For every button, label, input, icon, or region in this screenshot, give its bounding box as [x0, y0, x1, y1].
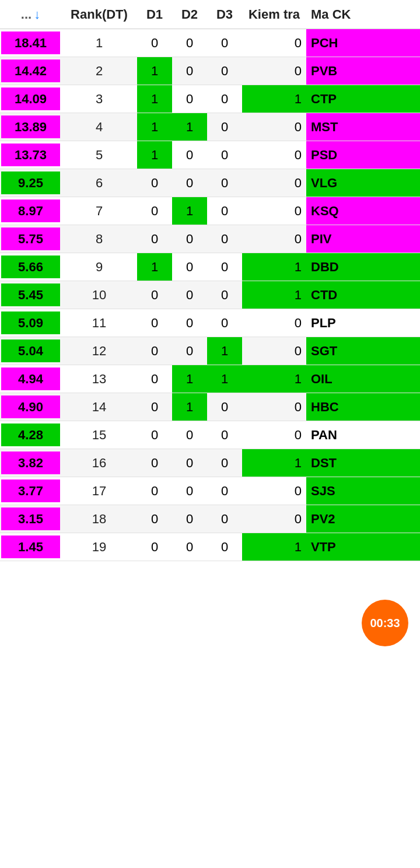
cell-d1: 1: [137, 141, 172, 169]
cell-kiemtra: 0: [242, 113, 306, 141]
cell-kiemtra: 1: [242, 533, 306, 561]
cell-d3: 0: [207, 449, 242, 477]
cell-d3: 0: [207, 393, 242, 421]
cell-d3: 1: [207, 365, 242, 393]
cell-score: 5.66: [0, 253, 61, 281]
table-row[interactable]: 9.2560000VLG: [0, 169, 420, 197]
table-row[interactable]: 3.82160001DST: [0, 449, 420, 477]
cell-rank: 4: [61, 120, 137, 135]
cell-score: 8.97: [0, 197, 61, 225]
cell-d2: 1: [172, 113, 207, 141]
cell-kiemtra: 0: [242, 421, 306, 449]
cell-d1: 0: [137, 29, 172, 57]
table-row[interactable]: 18.4110000PCH: [0, 29, 420, 57]
cell-mack: DST: [306, 449, 420, 477]
cell-mack: PCH: [306, 29, 420, 57]
cell-mack: PLP: [306, 309, 420, 337]
cell-rank: 7: [61, 204, 137, 219]
cell-kiemtra: 0: [242, 197, 306, 225]
cell-kiemtra: 1: [242, 253, 306, 281]
cell-d3: 0: [207, 477, 242, 505]
table-row[interactable]: 4.94130111OIL: [0, 365, 420, 393]
cell-score: 4.28: [0, 421, 61, 449]
table-row[interactable]: 5.45100001CTD: [0, 281, 420, 309]
cell-score: 3.82: [0, 449, 61, 477]
cell-rank: 8: [61, 232, 137, 247]
table-row[interactable]: 3.15180000PV2: [0, 505, 420, 533]
cell-mack: KSQ: [306, 197, 420, 225]
table-row[interactable]: 4.28150000PAN: [0, 421, 420, 449]
header-d2: D2: [172, 7, 207, 22]
cell-d3: 0: [207, 57, 242, 85]
table-row[interactable]: 14.0931001CTP: [0, 85, 420, 113]
cell-score: 5.45: [0, 281, 61, 309]
cell-d1: 1: [137, 85, 172, 113]
cell-mack: PAN: [306, 421, 420, 449]
cell-rank: 12: [61, 344, 137, 359]
cell-score: 9.25: [0, 169, 61, 197]
cell-d3: 0: [207, 141, 242, 169]
cell-kiemtra: 1: [242, 449, 306, 477]
cell-kiemtra: 0: [242, 477, 306, 505]
table-row[interactable]: 8.9770100KSQ: [0, 197, 420, 225]
sort-arrow-icon[interactable]: ↓: [34, 7, 40, 22]
cell-mack: PSD: [306, 141, 420, 169]
cell-d2: 0: [172, 225, 207, 253]
cell-d2: 1: [172, 393, 207, 421]
table-row[interactable]: 5.7580000PIV: [0, 225, 420, 253]
cell-rank: 16: [61, 456, 137, 471]
cell-kiemtra: 0: [242, 169, 306, 197]
cell-d3: 0: [207, 197, 242, 225]
cell-score: 3.15: [0, 505, 61, 533]
cell-d1: 0: [137, 169, 172, 197]
cell-score: 13.89: [0, 113, 61, 141]
table-row[interactable]: 3.77170000SJS: [0, 477, 420, 505]
table-row[interactable]: 5.04120010SGT: [0, 337, 420, 365]
cell-d1: 1: [137, 57, 172, 85]
table-row[interactable]: 1.45190001VTP: [0, 533, 420, 561]
cell-d2: 0: [172, 449, 207, 477]
cell-mack: SJS: [306, 477, 420, 505]
table-row[interactable]: 5.6691001DBD: [0, 253, 420, 281]
table-row[interactable]: 14.4221000PVB: [0, 57, 420, 85]
cell-kiemtra: 0: [242, 505, 306, 533]
cell-d1: 0: [137, 505, 172, 533]
cell-d2: 0: [172, 169, 207, 197]
cell-d2: 0: [172, 505, 207, 533]
cell-score: 5.75: [0, 225, 61, 253]
timer-badge: 00:33: [362, 600, 408, 646]
cell-kiemtra: 0: [242, 393, 306, 421]
table-row[interactable]: 13.7351000PSD: [0, 141, 420, 169]
cell-d1: 0: [137, 393, 172, 421]
cell-d3: 0: [207, 309, 242, 337]
cell-rank: 18: [61, 512, 137, 527]
cell-score: 3.77: [0, 477, 61, 505]
table-header: ... ↓ Rank(DT) D1 D2 D3 Kiem tra Ma CK: [0, 0, 420, 29]
table-row[interactable]: 5.09110000PLP: [0, 309, 420, 337]
cell-d3: 0: [207, 253, 242, 281]
table-row[interactable]: 4.90140100HBC: [0, 393, 420, 421]
cell-score: 13.73: [0, 141, 61, 169]
cell-kiemtra: 0: [242, 337, 306, 365]
cell-d1: 0: [137, 281, 172, 309]
cell-mack: DBD: [306, 253, 420, 281]
cell-d3: 0: [207, 533, 242, 561]
cell-mack: PIV: [306, 225, 420, 253]
table-row[interactable]: 13.8941100MST: [0, 113, 420, 141]
cell-score: 4.94: [0, 365, 61, 393]
cell-score: 4.90: [0, 393, 61, 421]
header-rank: Rank(DT): [61, 7, 137, 22]
cell-score: 5.04: [0, 337, 61, 365]
cell-d1: 1: [137, 253, 172, 281]
cell-d2: 0: [172, 477, 207, 505]
dots-icon: ...: [21, 7, 32, 22]
header-mack: Ma CK: [306, 7, 420, 22]
cell-rank: 19: [61, 540, 137, 555]
cell-score: 14.42: [0, 57, 61, 85]
cell-d3: 0: [207, 29, 242, 57]
cell-d2: 1: [172, 197, 207, 225]
header-kiemtra: Kiem tra: [242, 7, 306, 22]
cell-d1: 0: [137, 197, 172, 225]
cell-rank: 17: [61, 484, 137, 499]
header-d3: D3: [207, 7, 242, 22]
